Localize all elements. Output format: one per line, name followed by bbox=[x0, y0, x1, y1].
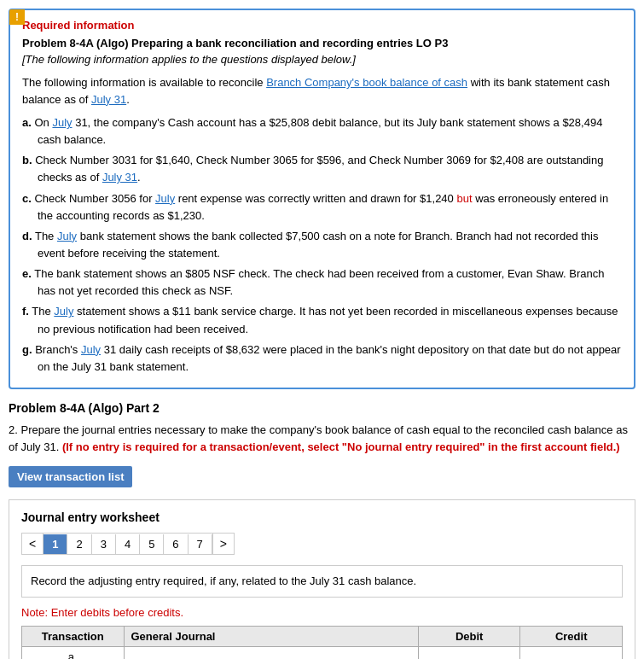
col-header-transaction: Transaction bbox=[22, 626, 125, 646]
page-6[interactable]: 6 bbox=[164, 534, 188, 554]
col-header-credit: Credit bbox=[520, 626, 623, 646]
general-journal-cell[interactable] bbox=[124, 646, 418, 659]
part2-instruction: 2. Prepare the journal entries necessary… bbox=[9, 422, 635, 456]
page-2[interactable]: 2 bbox=[67, 534, 91, 554]
credit-cell[interactable] bbox=[520, 646, 623, 659]
page-5[interactable]: 5 bbox=[140, 534, 164, 554]
page-3[interactable]: 3 bbox=[92, 534, 116, 554]
list-item: g. Branch's July 31 daily cash receipts … bbox=[22, 341, 622, 376]
part2-title: Problem 8-4A (Algo) Part 2 bbox=[9, 401, 635, 415]
problem-subtitle: [The following information applies to th… bbox=[22, 53, 622, 66]
list-item: b. Check Number 3031 for $1,640, Check N… bbox=[22, 152, 622, 186]
journal-table: Transaction General Journal Debit Credit… bbox=[21, 626, 623, 659]
pagination-next[interactable]: > bbox=[212, 534, 234, 554]
debit-input[interactable] bbox=[424, 650, 515, 659]
info-box: ! Required information Problem 8-4A (Alg… bbox=[9, 9, 635, 389]
page-7[interactable]: 7 bbox=[189, 534, 212, 554]
info-list: a. On July 31, the company's Cash accoun… bbox=[22, 114, 622, 376]
note-text: Note: Enter debits before credits. bbox=[21, 606, 623, 619]
credit-input[interactable] bbox=[525, 650, 617, 659]
part2-bold-instruction: (If no entry is required for a transacti… bbox=[62, 440, 620, 453]
view-transaction-button[interactable]: View transaction list bbox=[9, 466, 132, 487]
page-4[interactable]: 4 bbox=[116, 534, 140, 554]
row-label: a. bbox=[22, 646, 125, 659]
pagination: < 1 2 3 4 5 6 7 > bbox=[21, 533, 235, 555]
problem-title: Problem 8-4A (Algo) Preparing a bank rec… bbox=[22, 37, 622, 50]
general-journal-input[interactable] bbox=[130, 650, 413, 659]
col-header-debit: Debit bbox=[418, 626, 520, 646]
worksheet-box: Journal entry worksheet < 1 2 3 4 5 6 7 … bbox=[9, 499, 635, 659]
col-header-general: General Journal bbox=[124, 626, 418, 646]
list-item: d. The July bank statement shows the ban… bbox=[22, 228, 622, 262]
pagination-prev[interactable]: < bbox=[22, 534, 44, 554]
page-1[interactable]: 1 bbox=[44, 534, 67, 554]
entry-description: Record the adjusting entry required, if … bbox=[21, 565, 623, 598]
table-row: a. bbox=[22, 646, 623, 659]
list-item: a. On July 31, the company's Cash accoun… bbox=[22, 114, 622, 149]
debit-cell[interactable] bbox=[418, 646, 520, 659]
list-item: f. The July statement shows a $11 bank s… bbox=[22, 303, 622, 337]
list-item: e. The bank statement shows an $805 NSF … bbox=[22, 265, 622, 300]
exclamation-icon: ! bbox=[9, 9, 25, 25]
main-container: ! Required information Problem 8-4A (Alg… bbox=[0, 0, 644, 659]
worksheet-title: Journal entry worksheet bbox=[21, 510, 623, 524]
required-label: Required information bbox=[22, 19, 622, 32]
intro-paragraph: The following information is available t… bbox=[22, 74, 622, 108]
list-item: c. Check Number 3056 for July rent expen… bbox=[22, 190, 622, 225]
